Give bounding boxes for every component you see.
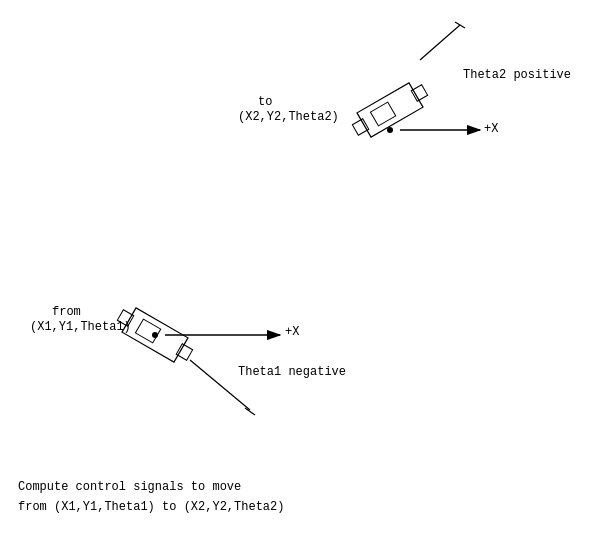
label-x-bottom: +X [285, 325, 299, 339]
svg-rect-9 [135, 319, 160, 343]
svg-line-6 [455, 22, 465, 28]
label-to-top: to [258, 95, 272, 109]
svg-point-12 [152, 332, 158, 338]
svg-line-15 [245, 408, 255, 415]
svg-rect-11 [176, 344, 192, 360]
svg-rect-1 [370, 102, 395, 126]
label-theta2: Theta2 positive [463, 68, 571, 82]
caption-line2: from (X1,Y1,Theta1) to (X2,Y2,Theta2) [18, 500, 284, 514]
svg-rect-2 [352, 119, 368, 135]
label-coord-bottom: (X1,Y1,Theta1) [30, 320, 131, 334]
label-from: from [52, 305, 81, 319]
svg-rect-3 [411, 85, 427, 101]
label-x-top: +X [484, 122, 498, 136]
label-coord-top: (X2,Y2,Theta2) [238, 110, 339, 124]
svg-point-7 [387, 127, 393, 133]
svg-line-5 [420, 25, 460, 60]
label-theta1: Theta1 negative [238, 365, 346, 379]
caption-line1: Compute control signals to move [18, 480, 241, 494]
